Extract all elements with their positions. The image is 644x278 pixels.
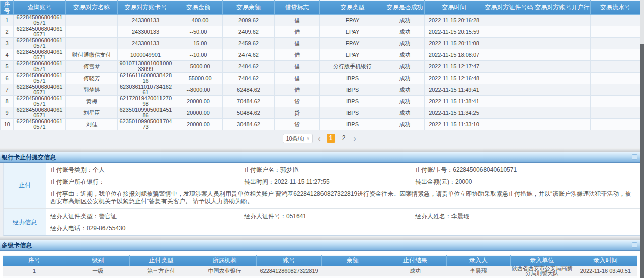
table-cell: 2022-11-15 12:17:47 — [425, 61, 484, 73]
multi-card-table: 序号级别止付类型所属机构账号余额止付结果录入人录入单位录入时间 1一级第三方止付… — [3, 255, 637, 278]
table-cell: 贷 — [275, 119, 320, 130]
next-page-button[interactable]: › — [353, 134, 357, 143]
table-cell: 成功 — [385, 73, 425, 84]
column-header: 交易对方证件号码 — [484, 1, 534, 15]
table-cell — [484, 96, 534, 107]
scrollbar-thumb[interactable] — [640, 44, 644, 278]
table-cell — [66, 38, 118, 49]
field-transfer-amount: 转出金额(元)：20000 — [415, 178, 640, 185]
table-cell: 借 — [275, 15, 320, 26]
table-cell: 成功 — [385, 119, 425, 130]
vertical-scrollbar[interactable] — [640, 0, 644, 278]
table-cell: 6228450068040610571 — [14, 61, 66, 73]
table-cell: IBPS — [320, 107, 385, 119]
group-label-stop: 止付 — [4, 163, 46, 208]
table-cell — [591, 73, 640, 84]
table-cell: 何晓芳 — [66, 73, 118, 84]
table-cell: 6228450068040610571 — [14, 15, 66, 26]
table-row: 1一级第三方止付中国农业银行6228412860827322819成功李晨琨陕西… — [3, 266, 637, 276]
table-cell: 成功 — [385, 26, 425, 38]
collapse-icon[interactable] — [632, 242, 637, 248]
table-cell: 郭梦婷 — [66, 84, 118, 96]
table-cell — [484, 119, 534, 130]
page-size-select[interactable]: 10条/页 ∨ — [283, 134, 312, 143]
table-cell: 6 — [1, 73, 14, 84]
table-cell: 20000.00 — [174, 119, 223, 130]
table-row: 46228450068040610571财付通微信支付1000049901--1… — [1, 49, 640, 61]
column-header: 交易余额 — [223, 1, 275, 15]
table-cell: 2022-11-16 03:40:51 — [574, 266, 637, 276]
page-button-2[interactable]: 2 — [340, 134, 348, 143]
table-cell: 何雪琴 — [66, 61, 118, 73]
table-cell: 第三方止付 — [129, 266, 193, 276]
table-cell: 2 — [3, 276, 66, 278]
table-cell: 2484.62 — [223, 61, 275, 73]
prev-page-button[interactable]: ‹ — [317, 134, 322, 143]
table-cell: 9010713080100100033099 — [118, 61, 174, 73]
column-header: 交易类型 — [320, 1, 385, 15]
header-row: 序号级别止付类型所属机构账号余额止付结果录入人录入单位录入时间 — [3, 256, 637, 266]
table-cell: 1000049901 — [118, 49, 174, 61]
multi-card-table-head: 序号级别止付类型所属机构账号余额止付结果录入人录入单位录入时间 — [3, 256, 637, 266]
column-header: 余额 — [321, 256, 383, 266]
table-cell: 借 — [275, 61, 320, 73]
table-cell — [534, 26, 591, 38]
table-cell: 2022-11-15 11:49:41 — [425, 84, 484, 96]
table-cell — [591, 119, 640, 130]
table-cell: 10 — [1, 119, 14, 130]
table-cell: 6216611600003842816 — [118, 73, 174, 84]
table-cell: --8000.00 — [174, 84, 223, 96]
table-cell: 1 — [3, 266, 66, 276]
chevron-down-icon: ∨ — [307, 136, 310, 140]
column-header: 止付结果 — [383, 256, 447, 266]
column-header: 交易对方账号开户行 — [534, 1, 591, 15]
table-cell: 20000.00 — [174, 107, 223, 119]
table-row: 36228450068040610571243300133--15.002459… — [1, 38, 640, 49]
column-header: 交易是否成功 — [385, 1, 425, 15]
field-account-name: 止付账户名：郭梦艳 — [244, 166, 415, 173]
table-cell: EPAY — [320, 26, 385, 38]
table-cell: 20000.00 — [174, 96, 223, 107]
table-cell: IBPS — [320, 73, 385, 84]
table-cell: 2009.62 — [223, 15, 275, 26]
table-cell: 6235010990500145186 — [118, 107, 174, 119]
table-row: 86228450068040610571黄梅621728194200112709… — [1, 96, 640, 107]
stop-payment-panel: 止付 止付账号类别：个人 止付账户名：郭梦艳 止付账/卡号：6228450068… — [3, 163, 640, 236]
table-cell — [484, 49, 534, 61]
pagination: 10条/页 ∨ ‹ 1 2 › — [0, 130, 640, 148]
stop-payment-group: 止付 止付账号类别：个人 止付账户名：郭梦艳 止付账/卡号：6228450068… — [4, 163, 640, 208]
table-cell: 2409.62 — [223, 26, 275, 38]
column-header: 所属机构 — [193, 256, 256, 266]
table-cell: 6228450068040610571 — [14, 119, 66, 130]
table-cell: 243300133 — [118, 38, 174, 49]
collapse-icon[interactable] — [632, 154, 637, 160]
table-cell: 2022-11-15 11:38:41 — [425, 96, 484, 107]
table-cell: 70484.62 — [223, 96, 275, 107]
table-cell: --10.00 — [174, 49, 223, 61]
page-button-1[interactable]: 1 — [327, 134, 335, 143]
table-cell: 成功 — [385, 84, 425, 96]
multi-card-section-header: 多级卡信息 — [0, 240, 640, 251]
table-cell — [534, 84, 591, 96]
table-cell — [321, 266, 383, 276]
table-cell: 借 — [275, 26, 320, 38]
column-header: 序号 — [3, 256, 66, 266]
table-cell: 借 — [275, 73, 320, 84]
operator-fields: 经办人证件类型：警官证 经办人证件号：051641 经办人姓名：李晨琨 经办人电… — [46, 209, 640, 235]
table-cell: IBPS — [320, 119, 385, 130]
table-cell: 1 — [1, 15, 14, 26]
table-cell: 借 — [275, 84, 320, 96]
table-cell — [534, 73, 591, 84]
field-account-type: 止付账号类别：个人 — [50, 166, 244, 173]
table-cell: 7 — [1, 84, 14, 96]
table-cell: 243300133 — [118, 26, 174, 38]
table-row: 76228450068040610571郭梦婷62303611010734162… — [1, 84, 640, 96]
field-operator-name: 经办人姓名：李晨琨 — [415, 213, 640, 220]
table-cell — [591, 96, 640, 107]
multi-card-table-wrap: 序号级别止付类型所属机构账号余额止付结果录入人录入单位录入时间 1一级第三方止付… — [0, 251, 640, 278]
table-cell: 5 — [1, 61, 14, 73]
table-cell: 借 — [275, 38, 320, 49]
table-cell — [484, 73, 534, 84]
field-row: 止付账号类别：个人 止付账户名：郭梦艳 止付账/卡号：6228450068040… — [46, 164, 640, 176]
stop-payment-fields: 止付账号类别：个人 止付账户名：郭梦艳 止付账/卡号：6228450068040… — [46, 163, 640, 208]
